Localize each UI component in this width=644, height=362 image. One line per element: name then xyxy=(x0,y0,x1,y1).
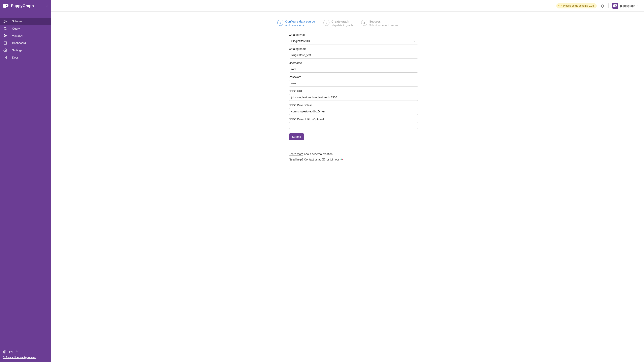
driver-class-label: JDBC Driver Class xyxy=(289,104,418,107)
docs-icon xyxy=(3,55,7,59)
mail-icon[interactable] xyxy=(322,158,326,161)
sidebar-item-visualize[interactable]: Visualize xyxy=(0,32,51,39)
license-link[interactable]: Software License Agreement xyxy=(3,356,36,359)
svg-rect-27 xyxy=(341,159,342,160)
step-configure-data-source[interactable]: 1 Configure data source Add data source xyxy=(277,20,315,27)
status-text: Please setup schema 0.38 xyxy=(563,4,594,7)
svg-rect-28 xyxy=(342,160,342,161)
sidebar-footer: Software License Agreement xyxy=(0,348,51,362)
svg-rect-22 xyxy=(16,352,17,352)
chevron-down-icon xyxy=(637,5,640,7)
dots-icon: ••• xyxy=(558,4,562,7)
svg-point-2 xyxy=(6,21,7,21)
username: puppygraph xyxy=(620,4,635,7)
gear-icon xyxy=(3,48,7,52)
step-subtitle: Submit schema to server xyxy=(369,24,398,27)
svg-rect-23 xyxy=(17,352,17,354)
sidebar-item-label: Query xyxy=(12,27,20,30)
step-number: 1 xyxy=(277,20,283,26)
catalog-type-select[interactable]: SingleStoreDB xyxy=(289,38,418,44)
data-source-form: Catalog type SingleStoreDB Catalog name … xyxy=(277,33,418,162)
svg-point-1 xyxy=(4,22,4,23)
schema-status-chip[interactable]: ••• Please setup schema 0.38 xyxy=(556,3,597,8)
help-need-text: Need help? Contact us at xyxy=(289,158,322,161)
svg-rect-21 xyxy=(17,351,17,352)
chevron-down-icon xyxy=(413,40,416,42)
brand-logo[interactable]: PuppyGraph xyxy=(3,3,34,9)
jdbc-uri-input[interactable] xyxy=(289,94,418,101)
svg-point-0 xyxy=(4,20,4,20)
catalog-name-label: Catalog name xyxy=(289,47,418,50)
step-number: 3 xyxy=(361,20,367,26)
jdbc-uri-label: JDBC URI xyxy=(289,89,418,93)
logo-icon xyxy=(3,3,9,9)
sidebar: PuppyGraph Schema Query Visualize xyxy=(0,0,51,362)
help-block: Learn more about schema creation Need he… xyxy=(289,151,418,162)
submit-button[interactable]: Submit xyxy=(289,133,304,140)
driver-class-input[interactable] xyxy=(289,108,418,115)
username-input[interactable] xyxy=(289,66,418,73)
sidebar-item-query[interactable]: Query xyxy=(0,25,51,32)
dashboard-icon xyxy=(3,41,7,45)
bell-icon[interactable] xyxy=(600,3,605,8)
step-subtitle: Map data to graph xyxy=(332,24,353,27)
avatar xyxy=(612,3,618,9)
step-title: Success xyxy=(369,20,398,23)
sidebar-nav: Schema Query Visualize Dashboard Setting… xyxy=(0,18,51,348)
sidebar-header: PuppyGraph xyxy=(0,0,51,12)
brand-name: PuppyGraph xyxy=(11,3,34,8)
main: ••• Please setup schema 0.38 puppygraph … xyxy=(51,0,644,362)
topbar: ••• Please setup schema 0.38 puppygraph xyxy=(51,0,644,12)
username-label: Username xyxy=(289,61,418,64)
password-label: Password xyxy=(289,75,418,79)
schema-icon xyxy=(3,19,7,23)
sidebar-collapse-button[interactable] xyxy=(44,3,49,8)
svg-rect-26 xyxy=(342,158,342,159)
step-success[interactable]: 3 Success Submit schema to server xyxy=(361,20,398,27)
catalog-type-value: SingleStoreDB xyxy=(292,39,310,43)
learn-more-link[interactable]: Learn more xyxy=(289,152,304,156)
user-menu[interactable]: puppygraph xyxy=(612,3,640,9)
sidebar-item-label: Schema xyxy=(12,20,22,23)
svg-rect-29 xyxy=(342,159,343,160)
help-about-text: about schema creation xyxy=(303,152,333,156)
sidebar-item-schema[interactable]: Schema xyxy=(0,18,51,25)
svg-line-8 xyxy=(5,35,6,35)
wizard-steps: 1 Configure data source Add data source … xyxy=(277,20,418,27)
step-title: Create graph xyxy=(332,20,353,23)
svg-rect-24 xyxy=(17,352,18,352)
sidebar-item-docs[interactable]: Docs xyxy=(0,54,51,61)
slack-icon[interactable] xyxy=(15,350,19,354)
driver-url-input[interactable] xyxy=(289,122,418,129)
step-create-graph[interactable]: 2 Create graph Map data to graph xyxy=(324,20,353,27)
password-input[interactable] xyxy=(289,80,418,87)
driver-url-label: JDBC Driver URL - Optional xyxy=(289,118,418,121)
svg-point-3 xyxy=(4,27,6,29)
sidebar-item-label: Visualize xyxy=(12,34,23,37)
search-icon xyxy=(3,26,7,30)
help-or-join-text: or join our xyxy=(327,158,340,161)
sidebar-item-label: Settings xyxy=(12,49,22,52)
sidebar-item-settings[interactable]: Settings xyxy=(0,47,51,54)
svg-line-4 xyxy=(6,29,7,30)
mail-icon[interactable] xyxy=(9,350,13,354)
globe-icon[interactable] xyxy=(3,350,7,354)
step-title: Configure data source xyxy=(285,20,315,23)
step-subtitle: Add data source xyxy=(285,24,315,27)
svg-point-13 xyxy=(5,50,6,51)
catalog-type-label: Catalog type xyxy=(289,33,418,36)
step-number: 2 xyxy=(324,20,330,26)
sidebar-item-label: Dashboard xyxy=(12,41,26,45)
sidebar-item-dashboard[interactable]: Dashboard xyxy=(0,39,51,47)
content: 1 Configure data source Add data source … xyxy=(51,12,644,362)
slack-icon[interactable] xyxy=(340,158,344,161)
catalog-name-input[interactable] xyxy=(289,52,418,58)
visualize-icon xyxy=(3,34,7,38)
sidebar-item-label: Docs xyxy=(12,56,18,59)
